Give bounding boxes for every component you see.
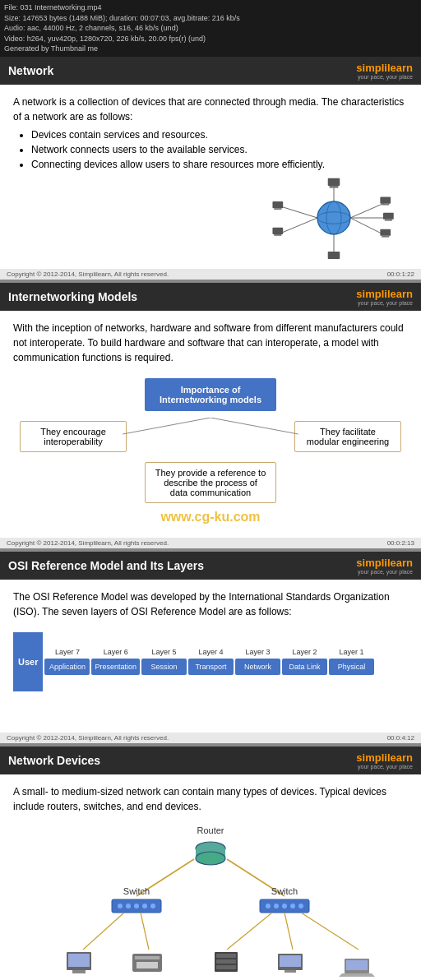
- svg-rect-16: [272, 228, 283, 234]
- svg-line-45: [83, 913, 124, 950]
- internetworking-copyright: Copyright © 2012-2014, Simplilearn, All …: [7, 539, 169, 547]
- internetworking-timestamp: 00:0:2:13: [387, 539, 414, 547]
- brand-name-1: simplilearn: [356, 62, 413, 74]
- network-section: Network simplilearn your pace, your plac…: [0, 57, 421, 280]
- brand-tagline-4: your pace, your place: [358, 764, 413, 770]
- brand-learn-3: learn: [387, 557, 413, 569]
- osi-title: OSI Reference Model and Its Layers: [8, 559, 204, 572]
- svg-rect-60: [216, 959, 236, 964]
- devices-diagram: Router Switch Switch: [13, 822, 408, 980]
- osi-section: OSI Reference Model and Its Layers simpl…: [0, 552, 421, 743]
- svg-rect-18: [380, 197, 391, 204]
- svg-rect-52: [72, 970, 86, 973]
- svg-point-33: [118, 904, 123, 908]
- svg-rect-11: [330, 186, 339, 188]
- svg-point-0: [317, 201, 350, 234]
- svg-rect-59: [216, 954, 236, 958]
- svg-text:Switch: Switch: [271, 886, 298, 896]
- svg-rect-51: [68, 954, 90, 967]
- svg-point-28: [196, 852, 225, 865]
- internetworking-title: Internetworking Models: [8, 290, 137, 303]
- brand-tagline-2: your pace, your place: [358, 300, 413, 306]
- svg-point-41: [274, 904, 279, 908]
- layer-7-group: Layer 7 Application: [44, 648, 90, 675]
- svg-line-25: [210, 418, 298, 434]
- brand-simpli-1: simpli: [356, 62, 387, 74]
- layer-4-num: Layer 4: [199, 648, 224, 656]
- network-devices-section: Network Devices simplilearn your pace, y…: [0, 747, 421, 980]
- internetworking-intro: With the inception of networks, hardware…: [13, 321, 408, 365]
- devices-svg: Router Switch Switch: [13, 822, 408, 980]
- brand-name-3: simplilearn: [356, 557, 413, 569]
- brand-name-4: simplilearn: [356, 751, 413, 764]
- layer-6-num: Layer 6: [104, 648, 128, 656]
- svg-rect-15: [274, 208, 281, 210]
- network-title: Network: [8, 64, 53, 77]
- layer-1-group: Layer 1 Physical: [329, 648, 374, 675]
- file-info-line2: Size: 147653 bytes (1488 MiB); duration:…: [4, 13, 417, 24]
- internetworking-content: With the inception of networks, hardware…: [0, 311, 421, 538]
- layer-2-num: Layer 2: [293, 648, 317, 656]
- user-label: User: [13, 632, 43, 691]
- svg-line-49: [301, 913, 359, 950]
- svg-point-42: [282, 904, 287, 908]
- network-footer: Copyright © 2012-2014, Simplilearn, All …: [0, 269, 421, 280]
- svg-point-36: [142, 904, 147, 908]
- models-diagram: Importance of Internetworking models The…: [13, 378, 408, 503]
- osi-timestamp: 00:0:4:12: [387, 734, 414, 742]
- osi-spacer: [13, 698, 408, 723]
- brand-simpli-4: simpli: [356, 751, 387, 764]
- layer-6-group: Layer 6 Presentation: [91, 648, 140, 675]
- brand-simpli-3: simpli: [356, 557, 387, 569]
- brand-tagline-1: your pace, your place: [358, 74, 413, 80]
- simplilearn-logo-2: simplilearn your pace, your place: [356, 288, 413, 306]
- bullet-2: Network connects users to the available …: [31, 144, 408, 155]
- svg-rect-23: [382, 236, 389, 238]
- layer-2-box: Data Link: [282, 659, 327, 675]
- osi-footer: Copyright © 2012-2014, Simplilearn, All …: [0, 733, 421, 743]
- osi-intro: The OSI Reference Model was developed by…: [13, 589, 408, 619]
- svg-rect-17: [274, 234, 281, 236]
- svg-rect-21: [385, 220, 392, 221]
- network-content: A network is a collection of devices tha…: [0, 85, 421, 269]
- middle-row: They encourage interoperability They fac…: [20, 418, 401, 452]
- internetworking-section: Internetworking Models simplilearn your …: [0, 283, 421, 548]
- bottom-box: They provide a reference to describe the…: [145, 462, 276, 503]
- network-diagram-area: [13, 177, 408, 259]
- network-timestamp: 00:0:1:22: [387, 270, 414, 278]
- bullet-3: Connecting devices allow users to share …: [31, 159, 408, 170]
- svg-rect-65: [285, 970, 296, 973]
- layer-3-box: Network: [235, 659, 280, 675]
- layer-4-group: Layer 4 Transport: [188, 648, 234, 675]
- layer-4-box: Transport: [188, 659, 234, 675]
- network-header: Network simplilearn your pace, your plac…: [0, 57, 421, 85]
- layer-2-group: Layer 2 Data Link: [282, 648, 327, 675]
- network-copyright: Copyright © 2012-2014, Simplilearn, All …: [7, 270, 169, 278]
- internetworking-footer: Copyright © 2012-2014, Simplilearn, All …: [0, 538, 421, 548]
- watermark: www.cg-ku.com: [13, 503, 408, 528]
- svg-rect-64: [280, 955, 301, 967]
- network-devices-header: Network Devices simplilearn your pace, y…: [0, 747, 421, 774]
- file-info-line4: Video: h264, yuv420p, 1280x720, 226 kb/s…: [4, 34, 417, 44]
- layer-6-box: Presentation: [91, 659, 140, 675]
- center-box-wrapper: Importance of Internetworking models: [20, 378, 401, 411]
- svg-line-24: [123, 418, 210, 434]
- svg-line-46: [141, 913, 149, 950]
- osi-header: OSI Reference Model and Its Layers simpl…: [0, 552, 421, 580]
- layer-3-num: Layer 3: [246, 648, 271, 656]
- svg-line-47: [227, 913, 272, 950]
- network-devices-title: Network Devices: [8, 754, 100, 767]
- file-info-line3: Audio: aac, 44000 Hz, 2 channels, s16, 4…: [4, 23, 417, 34]
- layer-1-box: Physical: [329, 659, 374, 675]
- svg-rect-22: [380, 229, 391, 236]
- brand-learn-1: learn: [387, 62, 413, 74]
- svg-rect-56: [136, 962, 158, 968]
- file-info-bar: File: 031 Internetworking.mp4 Size: 1476…: [0, 0, 421, 57]
- svg-marker-69: [339, 973, 375, 977]
- svg-line-48: [285, 913, 293, 950]
- left-box: They encourage interoperability: [20, 421, 127, 452]
- layer-3-group: Layer 3 Network: [235, 648, 280, 675]
- svg-point-34: [126, 904, 131, 908]
- file-info-line5: Generated by Thumbnail me: [4, 44, 417, 54]
- svg-line-6: [281, 218, 317, 233]
